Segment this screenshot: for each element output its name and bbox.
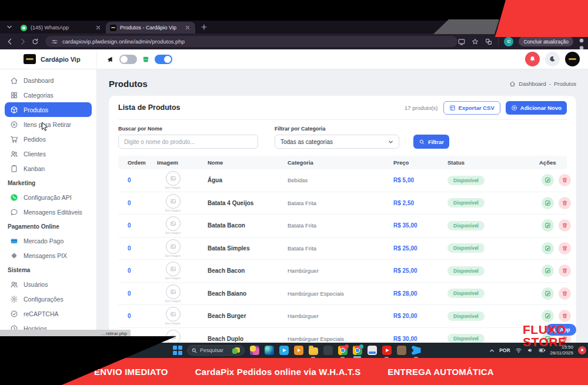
notification-bell-icon[interactable] <box>578 346 586 354</box>
filter-button[interactable]: Filtrar <box>413 135 449 149</box>
order-cell[interactable]: 0 <box>118 267 157 274</box>
browser-profile-avatar[interactable]: C <box>504 37 513 46</box>
tab-groups-icon[interactable] <box>485 38 493 46</box>
delete-button[interactable] <box>559 242 571 255</box>
edit-button[interactable] <box>542 310 554 322</box>
sidebar-item-mensagens-editaveis[interactable]: Mensagens Editáveis <box>5 205 92 219</box>
image-cell: Sem Imagem <box>157 284 189 303</box>
sidebar-item-kanban[interactable]: Kanban <box>5 161 92 176</box>
game-app-icon[interactable] <box>396 346 406 356</box>
youtube-icon[interactable] <box>382 346 392 356</box>
order-cell[interactable]: 0 <box>118 245 157 252</box>
user-avatar[interactable] <box>565 52 580 66</box>
banner-center: CardaPix Pedidos online via W.H.A.T.S <box>195 367 361 377</box>
file-explorer-icon[interactable] <box>308 346 318 356</box>
photos-app-icon[interactable] <box>249 346 259 356</box>
chrome-active-icon[interactable] <box>352 346 362 356</box>
telegram-icon[interactable] <box>279 346 289 356</box>
edit-button[interactable] <box>542 219 554 232</box>
store-open-toggle[interactable] <box>155 55 172 64</box>
tray-caret-icon[interactable] <box>489 348 495 353</box>
sidebar-item-label: reCAPTCHA <box>24 310 59 317</box>
start-button[interactable] <box>173 346 182 355</box>
media-app-icon[interactable] <box>293 346 303 356</box>
delete-button[interactable] <box>559 174 571 186</box>
fluxo-store-logo: FLUXO STORE <box>523 323 566 348</box>
export-csv-button[interactable]: Exportar CSV <box>443 101 500 115</box>
header-actions <box>525 52 580 66</box>
edit-button[interactable] <box>542 265 554 277</box>
add-new-button[interactable]: Adicionar Novo <box>506 101 567 115</box>
sidebar-item-recaptcha[interactable]: reCAPTCHA <box>5 306 92 321</box>
tab-produtos[interactable]: Produtos - Cardápio Vip <box>106 22 195 34</box>
close-icon[interactable] <box>95 24 102 31</box>
chrome-update-button[interactable]: Concluir atualização <box>519 36 573 46</box>
status-badge: Disponível <box>447 198 485 207</box>
image-placeholder-label: Sem Imagem <box>165 186 181 189</box>
order-cell[interactable]: 0 <box>118 200 157 206</box>
new-tab-button[interactable] <box>200 23 208 31</box>
send-to-device-icon[interactable] <box>457 38 466 46</box>
sidebar-item-clientes[interactable]: Clientes <box>5 146 92 161</box>
panel-app-icon[interactable] <box>367 346 377 356</box>
name-cell: Batata 4 Queijos <box>208 200 288 206</box>
box-icon <box>10 106 18 114</box>
vscode-icon[interactable] <box>411 346 421 356</box>
address-bar[interactable]: cardapiovip.plwdesign.online/admin/produ… <box>45 36 458 47</box>
sidebar-item-produtos[interactable]: Produtos <box>5 102 92 117</box>
wifi-icon[interactable] <box>515 347 522 354</box>
breadcrumb-home[interactable]: Dashboard <box>519 81 546 87</box>
order-cell[interactable]: 0 <box>118 222 157 229</box>
sidebar-item-dashboard[interactable]: Dashboard <box>5 73 92 88</box>
app-header: Cardápio Vip <box>0 49 588 69</box>
taskbar-search[interactable]: Pesquisar <box>187 345 245 356</box>
order-cell[interactable]: 0 <box>118 290 157 297</box>
delete-button[interactable] <box>559 287 571 300</box>
edit-button[interactable] <box>542 174 554 186</box>
search-input[interactable] <box>118 135 258 149</box>
dark-mode-icon[interactable] <box>545 52 560 66</box>
reload-icon[interactable] <box>31 37 40 46</box>
site-info-icon[interactable] <box>51 38 58 45</box>
category-select[interactable]: Todas as categorias <box>275 135 399 149</box>
table-row: 0Sem ImagemBatata SimplesBatata FritaR$ … <box>118 237 567 260</box>
back-icon[interactable] <box>5 37 15 46</box>
price-cell: R$ 25,00 <box>393 245 447 252</box>
delete-button[interactable] <box>559 197 571 209</box>
camera-app-icon[interactable] <box>323 346 333 356</box>
forward-icon[interactable] <box>18 37 28 46</box>
column-header: Imagem <box>157 159 208 166</box>
close-icon[interactable] <box>184 24 191 31</box>
announcement-toggle[interactable] <box>119 55 137 64</box>
sidebar-item-configuracoes[interactable]: Configurações <box>5 292 92 306</box>
pix-icon <box>10 252 18 260</box>
delete-button[interactable] <box>559 310 571 322</box>
language-indicator[interactable]: POR <box>499 347 510 353</box>
sidebar-section-label: Pagamento Online <box>0 219 96 233</box>
sidebar-item-categorias[interactable]: Categorias <box>5 88 92 102</box>
image-placeholder-label: Sem Imagem <box>165 209 181 212</box>
delete-button[interactable] <box>559 219 571 232</box>
order-cell[interactable]: 0 <box>118 177 157 183</box>
whatsapp-icon <box>10 193 18 202</box>
sidebar-item-mensagens-pix[interactable]: Mensagens PIX <box>5 248 92 263</box>
chrome-icon[interactable] <box>338 346 348 356</box>
sidebar-item-usuarios[interactable]: Usuários <box>5 277 92 292</box>
edge-icon[interactable] <box>264 346 274 356</box>
order-cell[interactable]: 0 <box>118 313 157 319</box>
name-cell: Beach Bacon <box>208 267 288 274</box>
tab-search-chevron-icon[interactable] <box>5 22 14 32</box>
notifications-bell-icon[interactable] <box>525 52 540 66</box>
sidebar-item-configuracao-api[interactable]: Configuração API <box>5 190 92 205</box>
sidebar-item-mercado-pago[interactable]: Mercado Pago <box>5 233 92 248</box>
edit-button[interactable] <box>542 197 554 209</box>
tab-whatsapp[interactable]: (145) WhatsApp <box>16 22 106 34</box>
edit-button[interactable] <box>542 287 554 300</box>
edit-button[interactable] <box>542 242 554 255</box>
delete-button[interactable] <box>559 265 571 277</box>
sidebar-item-pedidos[interactable]: Pedidos <box>5 132 92 146</box>
table-body: 0Sem ImagemÁguaBebidasR$ 5,00Disponível0… <box>118 169 567 343</box>
bookmark-star-icon[interactable] <box>471 38 479 46</box>
price-cell: R$ 35,00 <box>393 222 447 229</box>
browser-menu-icon[interactable] <box>579 38 584 46</box>
